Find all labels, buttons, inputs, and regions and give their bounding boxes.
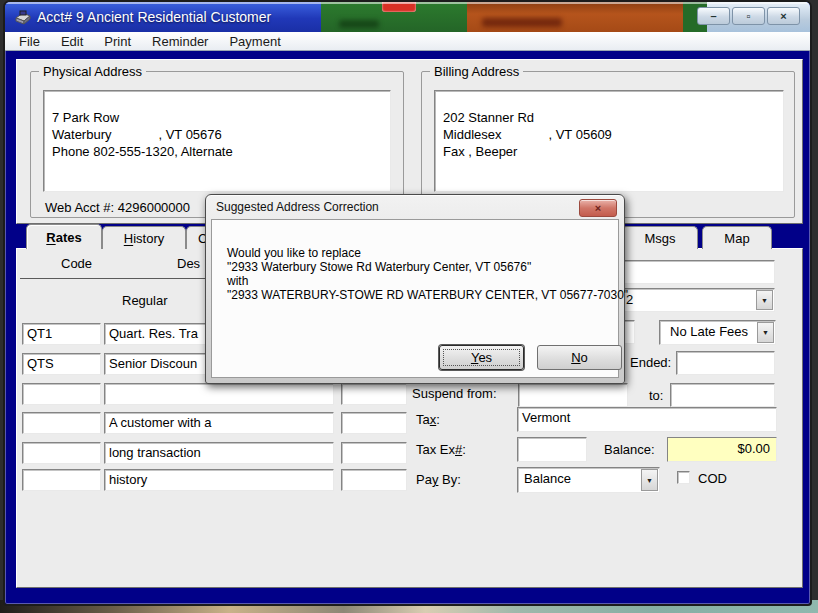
dialog-title: Suggested Address Correction xyxy=(216,200,379,214)
menu-file[interactable]: File xyxy=(19,34,40,49)
rate-extra-input[interactable] xyxy=(341,469,407,491)
rate-code-input[interactable]: QTS xyxy=(22,353,101,375)
tax-ex-label: Tax Ex#: xyxy=(416,442,466,457)
dialog-content: Would you like to replace "2933 Waterbur… xyxy=(211,219,619,378)
tab-map[interactable]: Map xyxy=(702,226,772,249)
physical-address-title: Physical Address xyxy=(39,64,146,79)
address-line: Waterbury , VT 05676 xyxy=(52,126,382,143)
tab-msgs[interactable]: Msgs xyxy=(622,226,698,249)
cod-label: COD xyxy=(698,471,727,486)
dialog-close-button[interactable]: × xyxy=(579,199,617,217)
address-line: 7 Park Row xyxy=(52,109,382,126)
window-title: Acct# 9 Ancient Residential Customer xyxy=(37,9,271,25)
tax-ex-input[interactable] xyxy=(517,437,587,462)
no-button[interactable]: No xyxy=(537,345,622,370)
frame-highlight xyxy=(5,2,810,4)
dialog-text-line: Would you like to replace xyxy=(227,246,361,260)
rate-code-input[interactable] xyxy=(22,412,101,434)
title-bar: Acct# 9 Ancient Residential Customer – ▫… xyxy=(5,2,810,32)
dialog-text-line: "2933 Waterbury Stowe Rd Waterbury Cente… xyxy=(227,260,531,274)
pay-by-combo[interactable]: Balance ▼ xyxy=(517,467,660,493)
chevron-down-icon[interactable]: ▼ xyxy=(756,290,773,310)
menu-edit[interactable]: Edit xyxy=(61,34,83,49)
tab-history[interactable]: History xyxy=(102,226,186,249)
suspend-to-input[interactable] xyxy=(670,383,775,407)
rate-group-label: Regular xyxy=(122,293,168,308)
dialog-text-line: "2933 WATERBURY-STOWE RD WATERBURY CENTE… xyxy=(227,288,628,302)
menu-reminder[interactable]: Reminder xyxy=(152,34,208,49)
rate-code-input[interactable] xyxy=(22,469,101,491)
background-text-smudge xyxy=(339,20,379,28)
rate-desc-input[interactable] xyxy=(104,383,334,405)
rate-extra-input[interactable] xyxy=(341,442,407,464)
late-fees-value: No Late Fees xyxy=(670,324,748,339)
window-controls: – ▫ × xyxy=(697,7,800,25)
dialog-text-line: with xyxy=(227,274,248,288)
column-header-description: Des xyxy=(177,256,200,271)
menu-bar: File Edit Print Reminder Payment xyxy=(5,32,810,51)
balance-label: Balance: xyxy=(604,442,655,457)
rate-desc-input[interactable]: history xyxy=(104,469,334,491)
rate-desc-input[interactable]: long transaction xyxy=(104,442,334,464)
app-icon xyxy=(14,8,32,26)
menu-print[interactable]: Print xyxy=(104,34,131,49)
late-fees-combo[interactable]: No Late Fees ▼ xyxy=(659,320,776,345)
ended-input[interactable] xyxy=(676,351,775,375)
physical-address-box: 7 Park Row Waterbury , VT 05676 Phone 80… xyxy=(43,90,391,192)
to-label: to: xyxy=(649,388,663,403)
yes-button[interactable]: Yes xyxy=(439,345,524,370)
address-line: 202 Stanner Rd xyxy=(443,109,775,126)
billing-address-box: 202 Stanner Rd Middlesex , VT 05609 Fax … xyxy=(434,90,784,192)
address-line: Phone 802-555-1320, Alternate xyxy=(52,143,382,160)
rate-extra-input[interactable] xyxy=(341,383,407,405)
rate-desc-input[interactable]: A customer with a xyxy=(104,412,334,434)
web-acct-number: Web Acct #: 4296000000 xyxy=(45,200,190,215)
rate-code-input[interactable]: QT1 xyxy=(22,323,101,345)
app-window: Acct# 9 Ancient Residential Customer – ▫… xyxy=(3,0,812,606)
tab-rates[interactable]: Rates xyxy=(26,224,102,249)
chevron-down-icon[interactable]: ▼ xyxy=(641,469,658,491)
ended-label: Ended: xyxy=(630,355,671,370)
minimize-button[interactable]: – xyxy=(697,7,730,25)
background-window-orange xyxy=(467,2,683,32)
rate-code-input[interactable] xyxy=(22,383,101,405)
suggested-address-correction-dialog: Suggested Address Correction × Would you… xyxy=(205,194,625,384)
address-line: Fax , Beeper xyxy=(443,143,775,160)
pay-by-value: Balance xyxy=(524,471,571,486)
balance-value: $0.00 xyxy=(667,437,777,462)
background-text-smudge xyxy=(482,18,562,27)
address-line: Middlesex , VT 05609 xyxy=(443,126,775,143)
tax-input[interactable]: Vermont xyxy=(517,407,777,432)
column-header-code: Code xyxy=(61,256,92,271)
menu-payment[interactable]: Payment xyxy=(229,34,280,49)
rate-code-input[interactable] xyxy=(22,442,101,464)
suspend-from-label: Suspend from: xyxy=(412,386,497,401)
tax-label: Tax: xyxy=(416,412,440,427)
pay-by-label: Pay By: xyxy=(416,472,461,487)
suspend-from-input[interactable] xyxy=(518,383,628,407)
billing-address-title: Billing Address xyxy=(430,64,523,79)
maximize-button[interactable]: ▫ xyxy=(732,7,765,25)
chevron-down-icon[interactable]: ▼ xyxy=(757,322,774,343)
rate-extra-input[interactable] xyxy=(341,412,407,434)
cod-checkbox[interactable] xyxy=(677,471,690,484)
close-button[interactable]: × xyxy=(767,7,800,25)
